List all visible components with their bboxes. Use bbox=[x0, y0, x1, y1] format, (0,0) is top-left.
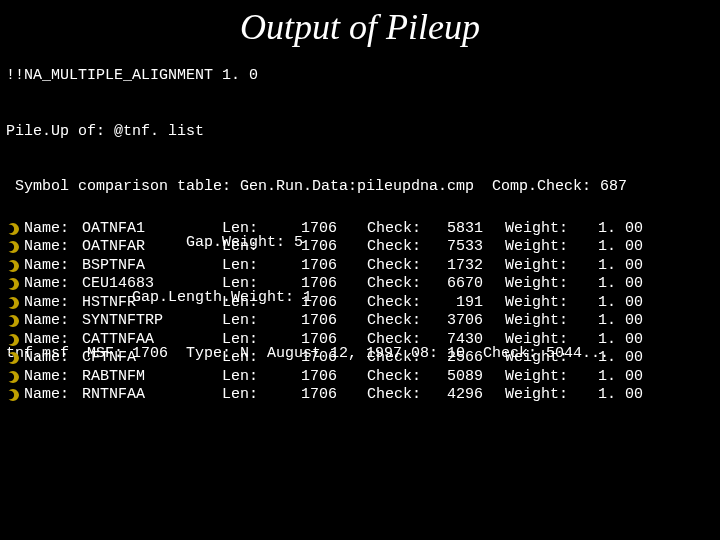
len-value: 1706 bbox=[267, 220, 367, 239]
bullet-icon bbox=[6, 333, 20, 347]
name-value: HSTNFR bbox=[82, 294, 222, 313]
sequence-row: Name:CATTNFAALen:1706Check:7430Weight:1.… bbox=[6, 331, 653, 350]
len-label: Len: bbox=[222, 220, 267, 239]
name-label: Name: bbox=[24, 368, 82, 387]
sequence-row: Name:CFTNFALen:1706Check:2566Weight:1. 0… bbox=[6, 349, 653, 368]
weight-value: 1. 00 bbox=[573, 349, 653, 368]
weight-label: Weight: bbox=[505, 386, 573, 405]
bullet-icon bbox=[6, 240, 20, 254]
name-label: Name: bbox=[24, 220, 82, 239]
name-value: OATNFA1 bbox=[82, 220, 222, 239]
name-value: RABTNFM bbox=[82, 368, 222, 387]
name-value: RNTNFAA bbox=[82, 386, 222, 405]
name-label: Name: bbox=[24, 349, 82, 368]
weight-value: 1. 00 bbox=[573, 275, 653, 294]
name-label: Name: bbox=[24, 294, 82, 313]
sequence-row: Name:OATNFA1Len:1706Check:5831Weight:1. … bbox=[6, 220, 653, 239]
len-value: 1706 bbox=[267, 331, 367, 350]
check-label: Check: bbox=[367, 220, 429, 239]
check-label: Check: bbox=[367, 257, 429, 276]
name-value: CFTNFA bbox=[82, 349, 222, 368]
bullet-icon bbox=[6, 259, 20, 273]
bullet-icon bbox=[6, 296, 20, 310]
slide: Output of Pileup !!NA_MULTIPLE_ALIGNMENT… bbox=[0, 0, 720, 540]
len-value: 1706 bbox=[267, 386, 367, 405]
name-label: Name: bbox=[24, 312, 82, 331]
len-value: 1706 bbox=[267, 368, 367, 387]
check-label: Check: bbox=[367, 386, 429, 405]
weight-value: 1. 00 bbox=[573, 312, 653, 331]
check-label: Check: bbox=[367, 294, 429, 313]
check-label: Check: bbox=[367, 238, 429, 257]
len-label: Len: bbox=[222, 238, 267, 257]
check-label: Check: bbox=[367, 312, 429, 331]
name-value: CATTNFAA bbox=[82, 331, 222, 350]
check-label: Check: bbox=[367, 349, 429, 368]
name-label: Name: bbox=[24, 331, 82, 350]
sequence-row: Name:BSPTNFALen:1706Check:1732Weight:1. … bbox=[6, 257, 653, 276]
len-value: 1706 bbox=[267, 312, 367, 331]
weight-label: Weight: bbox=[505, 331, 573, 350]
weight-label: Weight: bbox=[505, 294, 573, 313]
weight-label: Weight: bbox=[505, 368, 573, 387]
weight-value: 1. 00 bbox=[573, 368, 653, 387]
check-label: Check: bbox=[367, 275, 429, 294]
check-label: Check: bbox=[367, 331, 429, 350]
check-label: Check: bbox=[367, 368, 429, 387]
len-label: Len: bbox=[222, 349, 267, 368]
name-value: SYNTNFTRP bbox=[82, 312, 222, 331]
check-value: 191 bbox=[429, 294, 505, 313]
len-label: Len: bbox=[222, 331, 267, 350]
name-label: Name: bbox=[24, 275, 82, 294]
check-value: 7533 bbox=[429, 238, 505, 257]
weight-value: 1. 00 bbox=[573, 238, 653, 257]
bullet-icon bbox=[6, 351, 20, 365]
weight-label: Weight: bbox=[505, 238, 573, 257]
weight-value: 1. 00 bbox=[573, 220, 653, 239]
bullet-icon bbox=[6, 388, 20, 402]
name-label: Name: bbox=[24, 386, 82, 405]
check-value: 5831 bbox=[429, 220, 505, 239]
bullet-icon bbox=[6, 370, 20, 384]
weight-value: 1. 00 bbox=[573, 257, 653, 276]
sequence-row: Name:OATNFARLen:1706Check:7533Weight:1. … bbox=[6, 238, 653, 257]
weight-label: Weight: bbox=[505, 275, 573, 294]
bullet-icon bbox=[6, 222, 20, 236]
msf-header-line-1: !!NA_MULTIPLE_ALIGNMENT 1. 0 bbox=[6, 67, 627, 86]
name-label: Name: bbox=[24, 238, 82, 257]
check-value: 3706 bbox=[429, 312, 505, 331]
check-value: 1732 bbox=[429, 257, 505, 276]
name-value: BSPTNFA bbox=[82, 257, 222, 276]
check-value: 7430 bbox=[429, 331, 505, 350]
len-label: Len: bbox=[222, 368, 267, 387]
sequence-row: Name:RNTNFAALen:1706Check:4296Weight:1. … bbox=[6, 386, 653, 405]
len-value: 1706 bbox=[267, 294, 367, 313]
len-label: Len: bbox=[222, 257, 267, 276]
weight-label: Weight: bbox=[505, 349, 573, 368]
name-value: OATNFAR bbox=[82, 238, 222, 257]
sequence-row: Name:CEU14683Len:1706Check:6670Weight:1.… bbox=[6, 275, 653, 294]
sequence-list: Name:OATNFA1Len:1706Check:5831Weight:1. … bbox=[6, 164, 653, 405]
len-label: Len: bbox=[222, 294, 267, 313]
len-value: 1706 bbox=[267, 257, 367, 276]
len-value: 1706 bbox=[267, 275, 367, 294]
weight-label: Weight: bbox=[505, 312, 573, 331]
msf-header-line-2: Pile.Up of: @tnf. list bbox=[6, 123, 627, 142]
weight-value: 1. 00 bbox=[573, 294, 653, 313]
len-value: 1706 bbox=[267, 238, 367, 257]
name-label: Name: bbox=[24, 257, 82, 276]
weight-label: Weight: bbox=[505, 257, 573, 276]
bullet-icon bbox=[6, 314, 20, 328]
weight-label: Weight: bbox=[505, 220, 573, 239]
weight-value: 1. 00 bbox=[573, 331, 653, 350]
check-value: 2566 bbox=[429, 349, 505, 368]
check-value: 5089 bbox=[429, 368, 505, 387]
bullet-icon bbox=[6, 277, 20, 291]
sequence-row: Name:SYNTNFTRPLen:1706Check:3706Weight:1… bbox=[6, 312, 653, 331]
check-value: 4296 bbox=[429, 386, 505, 405]
sequence-row: Name:HSTNFRLen:1706Check:191Weight:1. 00 bbox=[6, 294, 653, 313]
len-label: Len: bbox=[222, 386, 267, 405]
len-value: 1706 bbox=[267, 349, 367, 368]
len-label: Len: bbox=[222, 275, 267, 294]
name-value: CEU14683 bbox=[82, 275, 222, 294]
